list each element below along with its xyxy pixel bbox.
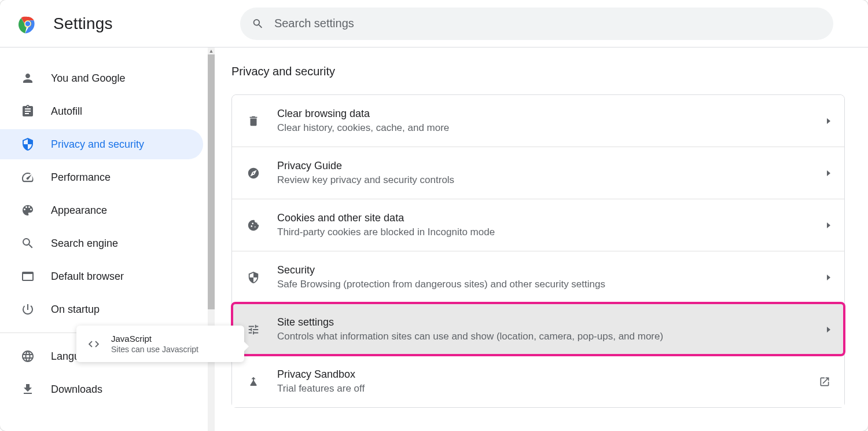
sidebar-item-label: Search engine [51, 238, 118, 250]
tune-icon [246, 322, 261, 337]
sidebar-item-default-browser[interactable]: Default browser [0, 261, 203, 291]
row-title: Site settings [277, 316, 827, 328]
tooltip-subtitle: Sites can use Javascript [111, 345, 198, 354]
row-subtitle: Controls what information sites can use … [277, 331, 827, 342]
row-clear-browsing-data[interactable]: Clear browsing data Clear history, cooki… [232, 95, 844, 147]
scroll-up-icon[interactable]: ▲ [208, 48, 215, 54]
page-title: Settings [53, 14, 113, 33]
sidebar-item-you-and-google[interactable]: You and Google [0, 63, 203, 93]
row-subtitle: Safe Browsing (protection from dangerous… [277, 279, 827, 290]
chevron-right-icon [827, 118, 830, 124]
cookie-icon [246, 218, 261, 233]
sidebar-item-autofill[interactable]: Autofill [0, 96, 203, 126]
row-subtitle: Review key privacy and security controls [277, 174, 827, 186]
tooltip-title: JavaScript [111, 334, 198, 344]
row-subtitle: Clear history, cookies, cache, and more [277, 122, 827, 134]
sidebar-item-label: You and Google [51, 72, 125, 85]
sidebar-item-label: Default browser [51, 271, 124, 283]
scrollbar[interactable]: ▲ [208, 48, 215, 431]
search-icon [21, 236, 35, 250]
sidebar: You and Google Autofill Privacy and secu… [0, 48, 208, 431]
section-title: Privacy and security [231, 65, 845, 78]
chevron-right-icon [827, 275, 830, 280]
compass-icon [246, 166, 261, 181]
sidebar-item-label: Privacy and security [51, 138, 144, 151]
browser-icon [21, 269, 35, 283]
chevron-right-icon [827, 170, 830, 176]
sidebar-item-label: Autofill [51, 105, 82, 118]
clipboard-icon [21, 104, 35, 118]
search-icon [252, 17, 264, 30]
settings-card: Clear browsing data Clear history, cooki… [231, 94, 845, 408]
row-title: Privacy Guide [277, 160, 827, 172]
row-cookies[interactable]: Cookies and other site data Third-party … [232, 199, 844, 251]
chevron-right-icon [827, 222, 830, 228]
speedometer-icon [21, 170, 35, 184]
sidebar-item-label: Appearance [51, 204, 107, 217]
globe-icon [21, 349, 35, 363]
chevron-right-icon [827, 327, 830, 333]
delete-icon [246, 114, 261, 129]
sidebar-item-search-engine[interactable]: Search engine [0, 228, 203, 258]
sidebar-item-appearance[interactable]: Appearance [0, 195, 203, 225]
sidebar-item-label: Performance [51, 171, 111, 184]
header: Settings [0, 0, 868, 48]
sidebar-item-label: On startup [51, 304, 100, 316]
row-title: Cookies and other site data [277, 212, 827, 224]
sidebar-item-performance[interactable]: Performance [0, 162, 203, 192]
external-link-icon [819, 376, 830, 388]
row-privacy-sandbox[interactable]: Privacy Sandbox Trial features are off [232, 355, 844, 407]
scrollbar-thumb[interactable] [208, 54, 215, 309]
main-content: Privacy and security Clear browsing data… [208, 48, 868, 431]
sidebar-item-on-startup[interactable]: On startup [0, 294, 203, 324]
row-site-settings[interactable]: Site settings Controls what information … [232, 303, 844, 355]
row-security[interactable]: Security Safe Browsing (protection from … [232, 251, 844, 303]
row-title: Privacy Sandbox [277, 368, 819, 381]
row-title: Security [277, 264, 827, 276]
download-icon [21, 382, 35, 396]
row-subtitle: Third-party cookies are blocked in Incog… [277, 227, 827, 238]
shield-icon [21, 137, 35, 151]
search-box[interactable] [240, 8, 833, 40]
code-icon [87, 337, 101, 351]
sidebar-item-downloads[interactable]: Downloads [0, 374, 203, 404]
flask-icon [246, 374, 261, 389]
tooltip-javascript: JavaScript Sites can use Javascript [76, 326, 244, 362]
row-subtitle: Trial features are off [277, 383, 819, 395]
chrome-logo-icon [17, 13, 38, 34]
search-input[interactable] [274, 17, 822, 30]
power-icon [21, 302, 35, 316]
sidebar-item-label: Downloads [51, 383, 102, 396]
palette-icon [21, 203, 35, 217]
person-icon [21, 71, 35, 85]
row-privacy-guide[interactable]: Privacy Guide Review key privacy and sec… [232, 147, 844, 199]
sidebar-item-privacy-and-security[interactable]: Privacy and security [0, 129, 203, 159]
security-icon [246, 270, 261, 285]
row-title: Clear browsing data [277, 108, 827, 120]
